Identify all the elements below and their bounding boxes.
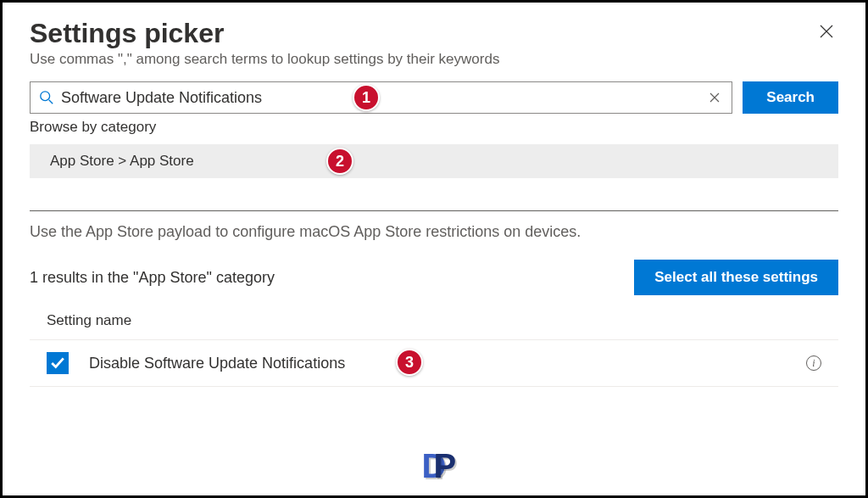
category-breadcrumb[interactable]: App Store > App Store 2 bbox=[30, 144, 838, 178]
breadcrumb-text: App Store > App Store bbox=[50, 153, 194, 169]
annotation-marker-2: 2 bbox=[326, 148, 353, 175]
setting-checkbox[interactable] bbox=[47, 352, 69, 374]
divider bbox=[30, 210, 838, 211]
setting-row[interactable]: Disable Software Update Notifications 3 … bbox=[30, 339, 838, 387]
select-all-button[interactable]: Select all these settings bbox=[634, 260, 838, 295]
payload-description: Use the App Store payload to configure m… bbox=[30, 223, 838, 241]
setting-label: Disable Software Update Notifications bbox=[89, 355, 806, 372]
watermark-logo: DP bbox=[422, 447, 447, 485]
setting-name-column-header: Setting name bbox=[30, 312, 838, 339]
annotation-marker-1: 1 bbox=[353, 84, 380, 111]
search-box[interactable]: 1 bbox=[30, 81, 732, 114]
clear-search-icon[interactable] bbox=[706, 89, 723, 107]
svg-point-0 bbox=[41, 92, 50, 101]
browse-by-category-label: Browse by category bbox=[30, 119, 838, 136]
checkmark-icon bbox=[50, 355, 65, 371]
search-input[interactable] bbox=[61, 89, 706, 107]
results-count: 1 results in the "App Store" category bbox=[30, 269, 275, 287]
page-subtitle: Use commas "," among search terms to loo… bbox=[30, 51, 838, 68]
search-button[interactable]: Search bbox=[743, 81, 838, 114]
search-icon bbox=[39, 90, 54, 105]
svg-line-1 bbox=[49, 100, 53, 104]
info-icon[interactable]: i bbox=[806, 355, 821, 371]
annotation-marker-3: 3 bbox=[396, 349, 423, 376]
page-title: Settings picker bbox=[30, 18, 224, 49]
close-button[interactable] bbox=[815, 18, 838, 47]
